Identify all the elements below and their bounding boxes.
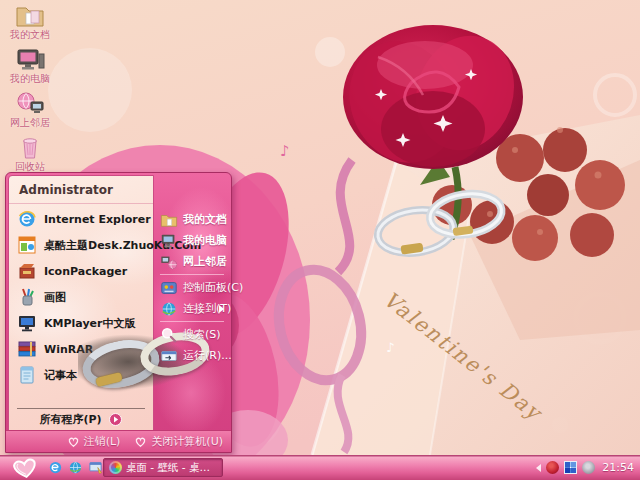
start-menu-item-control-panel[interactable]: 控制面板(C) — [156, 277, 228, 298]
desktop-icon-network-places[interactable]: 网上邻居 — [4, 92, 56, 128]
my-documents-icon — [160, 211, 178, 229]
kmplayer-icon — [17, 313, 37, 333]
connect-to-icon — [160, 300, 178, 318]
tray-icon-gray[interactable] — [582, 461, 595, 474]
start-menu-item-connect-to[interactable]: 连接到(T) — [156, 298, 228, 319]
notepad-icon — [17, 365, 37, 385]
start-menu-footer: 注销(L) 关闭计算机(U) — [6, 430, 231, 452]
music-note-icon: ♪ — [280, 142, 290, 160]
clock[interactable]: 21:54 — [600, 461, 634, 474]
desktop-icon-recycle-bin[interactable]: 回收站 — [4, 136, 56, 172]
my-documents-icon — [15, 4, 45, 28]
start-button[interactable] — [4, 455, 46, 480]
system-tray: 21:54 — [536, 455, 638, 480]
turn-off-heart-icon — [134, 435, 147, 448]
start-heart-icon — [7, 453, 43, 480]
desktop-icon-label: 我的电脑 — [4, 73, 56, 84]
start-menu-item-iconpackager[interactable]: IconPackager — [9, 258, 153, 284]
start-menu: Administrator Internet Explorer — [5, 172, 232, 453]
start-menu-item-network-places[interactable]: 网上邻居 — [156, 251, 228, 272]
my-computer-icon — [15, 48, 45, 72]
desktop-icon-my-documents[interactable]: 我的文档 — [4, 4, 56, 40]
control-panel-icon — [160, 279, 178, 297]
separator — [17, 408, 145, 409]
run-icon — [160, 347, 178, 365]
all-programs-button[interactable]: 所有程序(P) — [9, 410, 153, 429]
start-menu-item-zhuoku-theme[interactable]: 桌酷主题Desk.ZhuoKu.Com — [9, 232, 153, 258]
taskbar: 桌面 - 壁纸 - 桌酷壁... 21:54 — [0, 455, 640, 480]
all-programs-arrow-icon — [108, 412, 123, 427]
quicklaunch-ie-icon[interactable] — [48, 460, 63, 475]
start-menu-item-internet-explorer[interactable]: Internet Explorer — [9, 206, 153, 232]
internet-explorer-icon — [17, 209, 37, 229]
winrar-icon — [17, 339, 37, 359]
start-menu-item-my-computer[interactable]: 我的电脑 — [156, 230, 228, 251]
search-icon — [160, 326, 178, 344]
start-menu-item-my-documents[interactable]: 我的文档 — [156, 209, 228, 230]
start-menu-item-search[interactable]: 搜索(S) — [156, 324, 228, 345]
zhuoku-theme-icon — [17, 235, 37, 255]
turn-off-computer-button[interactable]: 关闭计算机(U) — [134, 434, 223, 449]
log-off-heart-icon — [67, 435, 80, 448]
desktop-icon-label: 网上邻居 — [4, 117, 56, 128]
my-computer-icon — [160, 232, 178, 250]
quicklaunch-show-desktop-icon[interactable] — [88, 460, 103, 475]
network-places-icon — [160, 253, 178, 271]
start-menu-user-name: Administrator — [9, 176, 153, 204]
desktop-icon-label: 我的文档 — [4, 29, 56, 40]
tray-collapse-chevron-icon[interactable] — [536, 464, 541, 472]
desktop: Valentine's Day ♪ ♪ 我的文档 我的电脑 — [0, 0, 640, 480]
separator — [160, 321, 224, 322]
start-menu-right-panel: 我的文档 我的电脑 网上邻居 — [156, 209, 228, 366]
log-off-button[interactable]: 注销(L) — [67, 434, 121, 449]
desktop-icon-label: 回收站 — [4, 161, 56, 172]
start-menu-item-run[interactable]: 运行(R)... — [156, 345, 228, 366]
tray-icon-blue[interactable] — [564, 461, 577, 474]
recycle-bin-icon — [15, 136, 45, 160]
separator — [160, 274, 224, 275]
start-menu-item-paint[interactable]: 画图 — [9, 284, 153, 310]
tray-icon-red[interactable] — [546, 461, 559, 474]
desktop-icon-my-computer[interactable]: 我的电脑 — [4, 48, 56, 84]
quicklaunch-globe-icon[interactable] — [68, 460, 83, 475]
submenu-arrow-icon — [219, 305, 224, 313]
wallpaper-app-icon — [109, 461, 122, 474]
music-note-icon: ♪ — [386, 340, 394, 355]
taskbar-window-button[interactable]: 桌面 - 壁纸 - 桌酷壁... — [103, 458, 223, 477]
iconpackager-icon — [17, 261, 37, 281]
network-places-icon — [15, 92, 45, 116]
paint-icon — [17, 287, 37, 307]
